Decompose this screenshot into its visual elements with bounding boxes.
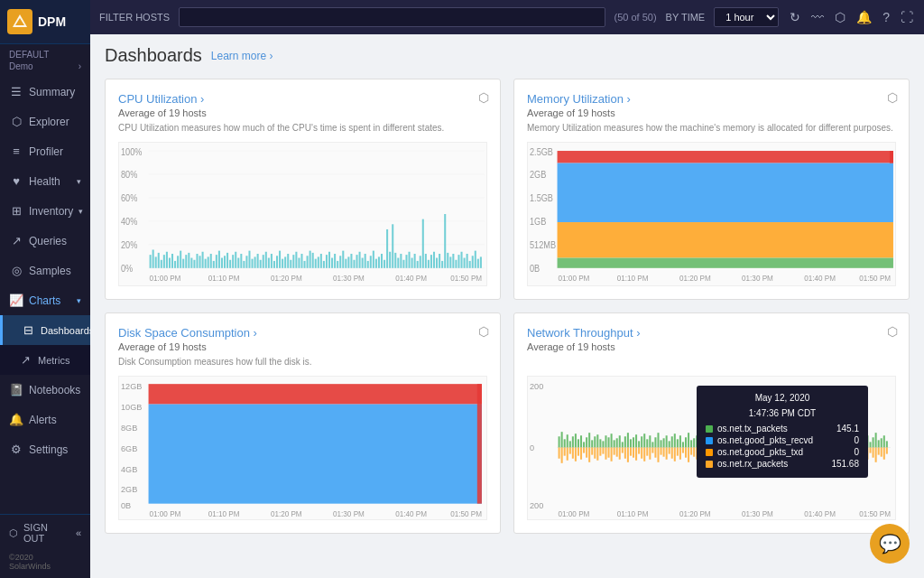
- help-icon[interactable]: ?: [881, 8, 892, 26]
- sidebar-item-inventory[interactable]: ⊞ Inventory ▾: [0, 196, 90, 226]
- svg-rect-57: [268, 258, 270, 268]
- chat-widget[interactable]: 💬: [870, 524, 910, 564]
- notifications-icon[interactable]: 🔔: [855, 8, 873, 26]
- metrics-icon: ↗: [18, 353, 32, 367]
- svg-rect-336: [663, 447, 665, 456]
- svg-rect-413: [875, 447, 877, 461]
- svg-rect-62: [282, 259, 283, 268]
- network-share-icon[interactable]: ⬡: [887, 324, 898, 339]
- memory-chart-title[interactable]: Memory Utilization: [527, 92, 631, 106]
- svg-rect-188: [586, 437, 587, 447]
- memory-chart-area: 2.5GB 2GB 1.5GB 1GB 512MB 0B: [527, 142, 896, 286]
- queries-icon: ↗: [9, 234, 23, 247]
- sidebar-item-notebooks[interactable]: 📓 Notebooks: [0, 375, 90, 405]
- svg-rect-207: [638, 441, 640, 447]
- sign-out-button[interactable]: ⬡ SIGN OUT «: [0, 515, 90, 551]
- tooltip-val-rx: 151.68: [831, 459, 859, 469]
- svg-rect-295: [881, 438, 882, 447]
- cpu-chart-title[interactable]: CPU Utilization: [118, 92, 204, 106]
- svg-rect-35: [208, 256, 209, 267]
- svg-rect-197: [611, 434, 613, 447]
- sidebar-item-label: Queries: [29, 235, 81, 247]
- sidebar-item-label: Notebooks: [29, 384, 81, 396]
- svg-text:200: 200: [530, 382, 543, 391]
- tooltip-row-tx: os.net.tx_packets 145.1: [706, 424, 859, 434]
- disk-share-icon[interactable]: ⬡: [478, 324, 489, 339]
- svg-rect-91: [362, 258, 364, 268]
- svg-rect-85: [345, 259, 346, 268]
- svg-rect-319: [616, 447, 618, 456]
- sidebar-nav: ☰ Summary ⬡ Explorer ≡ Profiler ♥ Health…: [0, 77, 90, 514]
- svg-rect-293: [875, 433, 877, 447]
- sidebar-expand-icon[interactable]: ›: [79, 61, 81, 71]
- svg-rect-94: [370, 256, 372, 268]
- svg-text:60%: 60%: [121, 193, 138, 204]
- network-chart-area: 200 0 200: [527, 376, 896, 520]
- svg-rect-183: [572, 436, 574, 447]
- sidebar-item-queries[interactable]: ↗ Queries: [0, 226, 90, 256]
- svg-rect-97: [378, 256, 380, 267]
- pulse-icon[interactable]: 〰: [809, 8, 826, 26]
- disk-chart-title[interactable]: Disk Space Consumption: [118, 326, 257, 340]
- content-area: Dashboards Learn more CPU Utilization ⬡ …: [90, 34, 924, 578]
- svg-rect-151: [890, 151, 893, 163]
- svg-rect-305: [578, 447, 579, 455]
- tooltip-dot-good-recvd: [706, 437, 713, 444]
- refresh-icon[interactable]: ↻: [788, 8, 802, 26]
- svg-rect-318: [614, 447, 615, 454]
- svg-rect-214: [657, 433, 659, 447]
- svg-rect-133: [477, 259, 479, 268]
- svg-rect-344: [685, 447, 687, 457]
- svg-rect-315: [605, 447, 606, 459]
- share-icon[interactable]: ⬡: [833, 8, 847, 26]
- inventory-icon: ⊞: [9, 204, 23, 218]
- sidebar-item-metrics[interactable]: ↗ Metrics: [0, 345, 90, 375]
- memory-share-icon[interactable]: ⬡: [887, 90, 898, 105]
- network-chart-title[interactable]: Network Throughput: [527, 326, 641, 340]
- svg-rect-196: [608, 437, 610, 447]
- svg-text:200: 200: [530, 501, 543, 510]
- svg-rect-89: [356, 255, 358, 268]
- tooltip-row-rx: os.net.rx_packets 151.68: [706, 459, 859, 469]
- sidebar-item-samples[interactable]: ◎ Samples: [0, 256, 90, 285]
- svg-rect-294: [878, 440, 880, 447]
- sidebar-item-profiler[interactable]: ≡ Profiler: [0, 136, 90, 166]
- fullscreen-icon[interactable]: ⛶: [899, 8, 915, 26]
- sidebar-item-explorer[interactable]: ⬡ Explorer: [0, 107, 90, 136]
- tooltip-label-rx: os.net.rx_packets: [717, 459, 827, 469]
- sidebar-item-dashboards[interactable]: ⊟ Dashboards: [0, 315, 90, 345]
- sign-out-label: SIGN OUT: [23, 522, 70, 544]
- svg-rect-332: [651, 447, 653, 452]
- svg-rect-60: [276, 256, 278, 268]
- svg-rect-98: [381, 254, 383, 268]
- samples-icon: ◎: [9, 264, 23, 277]
- sidebar-bottom: ⬡ SIGN OUT « ©2020 SolarWinds: [0, 514, 90, 578]
- svg-text:01:00 PM: 01:00 PM: [559, 510, 590, 518]
- tooltip-label-good-txd: os.net.good_pkts_txd: [717, 447, 849, 457]
- time-select[interactable]: 1 hour 5 min 15 min 4 hour 1 day 7 days: [714, 7, 779, 27]
- sidebar-item-alerts[interactable]: 🔔 Alerts: [0, 405, 90, 434]
- svg-text:2GB: 2GB: [121, 485, 137, 494]
- svg-rect-77: [323, 261, 325, 268]
- learn-more-link[interactable]: Learn more: [211, 50, 273, 62]
- svg-rect-209: [643, 434, 645, 447]
- cpu-share-icon[interactable]: ⬡: [478, 90, 489, 105]
- svg-rect-58: [271, 254, 273, 268]
- svg-rect-65: [290, 260, 291, 268]
- memory-subtitle: Average of 19 hosts: [527, 107, 896, 118]
- summary-icon: ☰: [9, 85, 23, 98]
- sidebar-item-summary[interactable]: ☰ Summary: [0, 77, 90, 107]
- svg-rect-222: [679, 435, 681, 447]
- svg-rect-43: [229, 260, 231, 268]
- sidebar-item-health[interactable]: ♥ Health ▾: [0, 166, 90, 196]
- filter-hosts-input[interactable]: [179, 7, 605, 27]
- svg-text:40%: 40%: [121, 217, 138, 228]
- svg-rect-204: [630, 439, 632, 447]
- explorer-icon: ⬡: [9, 115, 23, 128]
- svg-text:01:40 PM: 01:40 PM: [395, 274, 427, 284]
- svg-rect-323: [627, 447, 629, 461]
- svg-rect-194: [602, 441, 604, 447]
- sidebar-item-settings[interactable]: ⚙ Settings: [0, 434, 90, 464]
- sidebar-item-charts[interactable]: 📈 Charts ▾: [0, 285, 90, 315]
- svg-rect-41: [224, 256, 226, 268]
